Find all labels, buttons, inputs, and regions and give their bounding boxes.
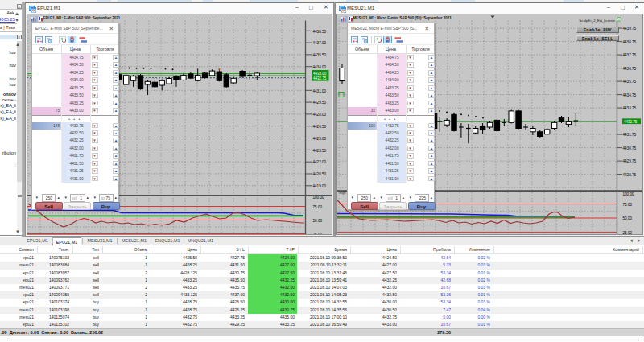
svg-text:25.00: 25.00 xyxy=(313,233,323,235)
svg-text:4437.75: 4437.75 xyxy=(623,53,637,57)
svg-text:4433.75: 4433.75 xyxy=(623,106,637,110)
svg-text:4432.75: 4432.75 xyxy=(624,120,638,124)
svg-text:4420.50: 4420.50 xyxy=(313,172,327,176)
svg-text:4429.75: 4429.75 xyxy=(623,159,637,163)
svg-text:25.00: 25.00 xyxy=(623,231,633,235)
svg-text:4425.00: 4425.00 xyxy=(313,137,327,141)
svg-text:4426.50: 4426.50 xyxy=(313,125,327,129)
svg-text:4437.00: 4437.00 xyxy=(313,41,327,45)
svg-text:4428.75: 4428.75 xyxy=(623,173,637,177)
svg-text:100.00: 100.00 xyxy=(313,196,324,200)
svg-text:75.00: 75.00 xyxy=(313,205,323,209)
svg-text:4433.00: 4433.00 xyxy=(313,72,327,76)
svg-text:4438.75: 4438.75 xyxy=(623,40,637,44)
svg-text:4434.75: 4434.75 xyxy=(623,93,637,97)
svg-text:4439.75: 4439.75 xyxy=(623,27,637,31)
svg-text:50.00: 50.00 xyxy=(623,216,633,220)
svg-text:4423.50: 4423.50 xyxy=(313,149,327,153)
svg-text:4438.50: 4438.50 xyxy=(313,30,327,34)
svg-text:100.00: 100.00 xyxy=(623,192,634,196)
svg-text:Sign: Sign xyxy=(339,191,346,195)
svg-text:4419.00: 4419.00 xyxy=(313,184,327,188)
svg-text:4429.50: 4429.50 xyxy=(313,101,327,105)
svg-text:4430.75: 4430.75 xyxy=(623,146,637,150)
svg-text:4435.75: 4435.75 xyxy=(623,80,637,84)
svg-text:75.00: 75.00 xyxy=(623,203,633,207)
svg-text:4434.00: 4434.00 xyxy=(313,65,327,69)
svg-text:4431.00: 4431.00 xyxy=(313,89,327,93)
svg-text:4435.50: 4435.50 xyxy=(313,53,327,57)
svg-text:4428.00: 4428.00 xyxy=(313,113,327,117)
svg-text:4422.00: 4422.00 xyxy=(313,160,327,164)
svg-text:4436.75: 4436.75 xyxy=(623,67,637,71)
svg-text:50.00: 50.00 xyxy=(313,219,323,223)
svg-text:4431.75: 4431.75 xyxy=(623,133,637,137)
svg-text:4432.75: 4432.75 xyxy=(313,76,327,80)
